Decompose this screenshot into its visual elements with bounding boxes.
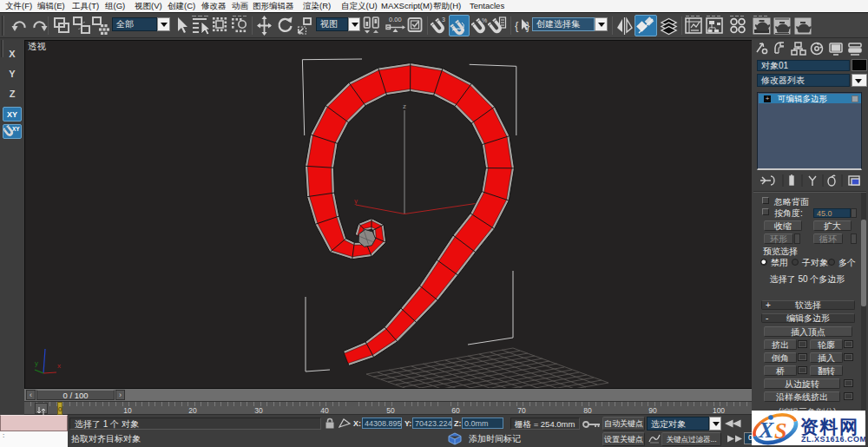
svg-text:XY: XY: [12, 126, 20, 132]
svg-text:{: {: [515, 19, 519, 32]
svg-text:%: %: [482, 17, 487, 23]
svg-text:3: 3: [442, 16, 445, 23]
svg-text:x: x: [57, 362, 61, 370]
svg-text:y: y: [35, 359, 38, 367]
svg-text:z: z: [403, 102, 406, 110]
svg-text:0.00: 0.00: [389, 16, 402, 23]
svg-text:X: X: [758, 417, 774, 443]
svg-text:y: y: [354, 197, 358, 205]
svg-text:ZL.XS1616.COM: ZL.XS1616.COM: [801, 435, 865, 444]
svg-text:S: S: [774, 418, 786, 444]
